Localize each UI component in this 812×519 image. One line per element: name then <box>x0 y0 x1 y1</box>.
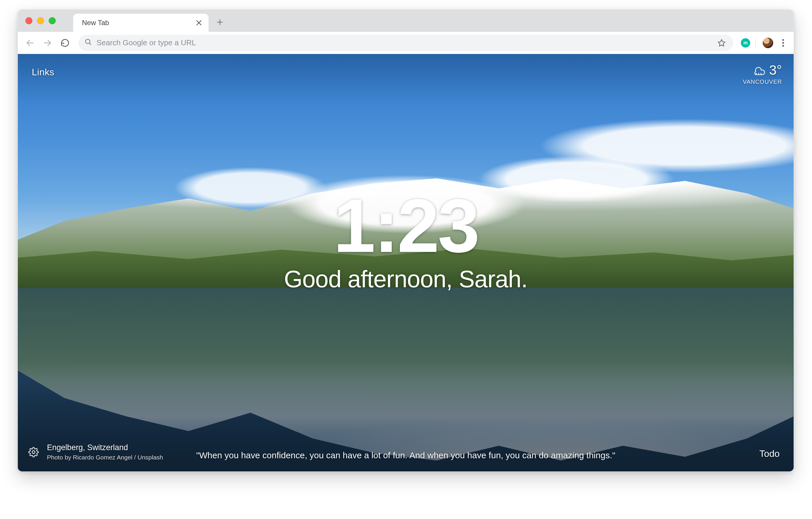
browser-menu-button[interactable] <box>777 37 789 49</box>
forward-button[interactable] <box>40 35 55 51</box>
address-input[interactable] <box>96 38 711 47</box>
weather-temperature: 3° <box>769 62 782 78</box>
browser-tab[interactable]: New Tab <box>73 14 208 32</box>
daily-quote[interactable]: "When you have confidence, you can have … <box>18 449 794 462</box>
back-button[interactable] <box>23 35 38 51</box>
svg-line-7 <box>90 43 91 45</box>
clock-time: 1:23 <box>18 188 794 264</box>
window-controls <box>25 17 56 24</box>
browser-toolbar: m <box>18 32 794 54</box>
todo-button[interactable]: Todo <box>759 448 780 459</box>
address-bar[interactable] <box>79 35 733 51</box>
svg-point-9 <box>782 39 784 41</box>
svg-point-11 <box>782 45 784 47</box>
reload-button[interactable] <box>57 35 72 51</box>
center-block: 1:23 Good afternoon, Sarah. <box>18 188 794 293</box>
search-icon <box>84 38 92 48</box>
links-button[interactable]: Links <box>32 67 54 78</box>
weather-widget[interactable]: 3° VANCOUVER <box>743 62 782 85</box>
window-close-button[interactable] <box>25 17 32 24</box>
greeting-text: Good afternoon, Sarah. <box>18 265 794 293</box>
svg-point-10 <box>782 42 784 44</box>
tab-title: New Tab <box>82 19 109 27</box>
weather-location: VANCOUVER <box>743 79 782 85</box>
new-tab-button[interactable] <box>214 16 226 28</box>
tab-close-button[interactable] <box>195 18 203 27</box>
window-minimize-button[interactable] <box>37 17 44 24</box>
svg-marker-8 <box>718 39 725 46</box>
extension-badge[interactable]: m <box>741 38 750 48</box>
window-titlebar: New Tab <box>18 10 794 32</box>
browser-window: New Tab <box>18 9 794 472</box>
weather-icon <box>751 64 766 77</box>
page-viewport: Links 3° VANCOUVER 1:23 <box>18 54 794 471</box>
toolbar-separator <box>755 38 756 48</box>
profile-avatar[interactable] <box>763 38 773 48</box>
bookmark-star-button[interactable] <box>716 37 727 49</box>
window-maximize-button[interactable] <box>49 17 56 24</box>
extension-badge-label: m <box>744 40 748 46</box>
